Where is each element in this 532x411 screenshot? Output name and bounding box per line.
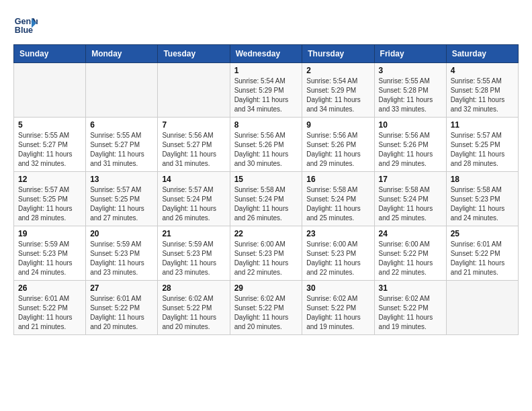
day-detail: Sunrise: 5:54 AM Sunset: 5:29 PM Dayligh… bbox=[306, 77, 369, 114]
day-cell: 20Sunrise: 5:59 AM Sunset: 5:23 PM Dayli… bbox=[86, 226, 158, 281]
day-cell: 22Sunrise: 6:00 AM Sunset: 5:23 PM Dayli… bbox=[230, 226, 302, 281]
day-detail: Sunrise: 6:02 AM Sunset: 5:22 PM Dayligh… bbox=[162, 294, 225, 332]
day-number: 25 bbox=[451, 229, 514, 238]
day-cell: 15Sunrise: 5:58 AM Sunset: 5:24 PM Dayli… bbox=[230, 172, 302, 226]
day-number: 5 bbox=[18, 120, 81, 130]
svg-text:Blue: Blue bbox=[15, 26, 33, 35]
day-cell: 4Sunrise: 5:55 AM Sunset: 5:28 PM Daylig… bbox=[446, 63, 518, 118]
day-number: 27 bbox=[90, 283, 153, 293]
day-number: 31 bbox=[379, 283, 442, 293]
day-detail: Sunrise: 6:01 AM Sunset: 5:22 PM Dayligh… bbox=[90, 294, 153, 332]
day-cell: 16Sunrise: 5:58 AM Sunset: 5:24 PM Dayli… bbox=[302, 172, 374, 226]
day-cell: 8Sunrise: 5:56 AM Sunset: 5:26 PM Daylig… bbox=[230, 118, 302, 172]
day-number: 29 bbox=[234, 283, 298, 293]
day-detail: Sunrise: 6:02 AM Sunset: 5:22 PM Dayligh… bbox=[234, 294, 298, 332]
day-detail: Sunrise: 5:57 AM Sunset: 5:24 PM Dayligh… bbox=[162, 185, 225, 223]
day-detail: Sunrise: 5:58 AM Sunset: 5:24 PM Dayligh… bbox=[234, 185, 298, 223]
days-of-week-row: SundayMondayTuesdayWednesdayThursdayFrid… bbox=[14, 45, 519, 63]
week-row-4: 19Sunrise: 5:59 AM Sunset: 5:23 PM Dayli… bbox=[14, 226, 519, 281]
day-cell bbox=[158, 63, 230, 118]
day-header-friday: Friday bbox=[374, 45, 446, 63]
day-cell: 1Sunrise: 5:54 AM Sunset: 5:29 PM Daylig… bbox=[230, 63, 302, 118]
calendar-header: SundayMondayTuesdayWednesdayThursdayFrid… bbox=[14, 45, 519, 63]
day-detail: Sunrise: 5:58 AM Sunset: 5:23 PM Dayligh… bbox=[451, 185, 514, 223]
day-cell: 25Sunrise: 6:01 AM Sunset: 5:22 PM Dayli… bbox=[446, 226, 518, 281]
day-header-monday: Monday bbox=[86, 45, 158, 63]
day-detail: Sunrise: 5:56 AM Sunset: 5:26 PM Dayligh… bbox=[379, 131, 442, 169]
page-header: General Blue bbox=[13, 13, 519, 38]
day-cell: 27Sunrise: 6:01 AM Sunset: 5:22 PM Dayli… bbox=[86, 281, 158, 335]
day-cell: 2Sunrise: 5:54 AM Sunset: 5:29 PM Daylig… bbox=[302, 63, 374, 118]
day-detail: Sunrise: 5:55 AM Sunset: 5:27 PM Dayligh… bbox=[90, 131, 153, 169]
day-cell: 11Sunrise: 5:57 AM Sunset: 5:25 PM Dayli… bbox=[446, 118, 518, 172]
day-header-wednesday: Wednesday bbox=[230, 45, 302, 63]
day-cell: 12Sunrise: 5:57 AM Sunset: 5:25 PM Dayli… bbox=[14, 172, 86, 226]
day-detail: Sunrise: 5:55 AM Sunset: 5:28 PM Dayligh… bbox=[379, 77, 442, 114]
day-number: 9 bbox=[306, 120, 369, 130]
day-number: 7 bbox=[162, 120, 225, 130]
day-cell: 24Sunrise: 6:00 AM Sunset: 5:22 PM Dayli… bbox=[374, 226, 446, 281]
day-detail: Sunrise: 5:59 AM Sunset: 5:23 PM Dayligh… bbox=[18, 240, 81, 277]
day-detail: Sunrise: 5:59 AM Sunset: 5:23 PM Dayligh… bbox=[90, 240, 153, 277]
day-cell: 14Sunrise: 5:57 AM Sunset: 5:24 PM Dayli… bbox=[158, 172, 230, 226]
day-detail: Sunrise: 5:57 AM Sunset: 5:25 PM Dayligh… bbox=[451, 131, 514, 169]
day-cell bbox=[86, 63, 158, 118]
day-number: 20 bbox=[90, 229, 153, 238]
day-detail: Sunrise: 5:55 AM Sunset: 5:27 PM Dayligh… bbox=[18, 131, 81, 169]
day-detail: Sunrise: 6:01 AM Sunset: 5:22 PM Dayligh… bbox=[451, 240, 514, 277]
day-cell bbox=[446, 281, 518, 335]
day-number: 13 bbox=[90, 175, 153, 184]
day-cell: 7Sunrise: 5:56 AM Sunset: 5:27 PM Daylig… bbox=[158, 118, 230, 172]
day-cell: 26Sunrise: 6:01 AM Sunset: 5:22 PM Dayli… bbox=[14, 281, 86, 335]
day-number: 19 bbox=[18, 229, 81, 238]
day-cell: 30Sunrise: 6:02 AM Sunset: 5:22 PM Dayli… bbox=[302, 281, 374, 335]
day-detail: Sunrise: 5:56 AM Sunset: 5:26 PM Dayligh… bbox=[306, 131, 369, 169]
day-cell: 18Sunrise: 5:58 AM Sunset: 5:23 PM Dayli… bbox=[446, 172, 518, 226]
day-detail: Sunrise: 5:57 AM Sunset: 5:25 PM Dayligh… bbox=[18, 185, 81, 223]
day-number: 23 bbox=[306, 229, 369, 238]
day-detail: Sunrise: 5:58 AM Sunset: 5:24 PM Dayligh… bbox=[379, 185, 442, 223]
day-cell: 9Sunrise: 5:56 AM Sunset: 5:26 PM Daylig… bbox=[302, 118, 374, 172]
day-cell: 5Sunrise: 5:55 AM Sunset: 5:27 PM Daylig… bbox=[14, 118, 86, 172]
day-detail: Sunrise: 5:59 AM Sunset: 5:23 PM Dayligh… bbox=[162, 240, 225, 277]
day-number: 4 bbox=[451, 66, 514, 75]
day-detail: Sunrise: 5:55 AM Sunset: 5:28 PM Dayligh… bbox=[451, 77, 514, 114]
day-cell: 21Sunrise: 5:59 AM Sunset: 5:23 PM Dayli… bbox=[158, 226, 230, 281]
day-cell: 10Sunrise: 5:56 AM Sunset: 5:26 PM Dayli… bbox=[374, 118, 446, 172]
day-cell: 3Sunrise: 5:55 AM Sunset: 5:28 PM Daylig… bbox=[374, 63, 446, 118]
week-row-5: 26Sunrise: 6:01 AM Sunset: 5:22 PM Dayli… bbox=[14, 281, 519, 335]
day-detail: Sunrise: 6:02 AM Sunset: 5:22 PM Dayligh… bbox=[379, 294, 442, 332]
day-number: 15 bbox=[234, 175, 298, 184]
day-cell bbox=[14, 63, 86, 118]
day-number: 10 bbox=[379, 120, 442, 130]
day-detail: Sunrise: 6:01 AM Sunset: 5:22 PM Dayligh… bbox=[18, 294, 81, 332]
day-number: 8 bbox=[234, 120, 298, 130]
day-header-saturday: Saturday bbox=[446, 45, 518, 63]
day-cell: 13Sunrise: 5:57 AM Sunset: 5:25 PM Dayli… bbox=[86, 172, 158, 226]
calendar-table: SundayMondayTuesdayWednesdayThursdayFrid… bbox=[13, 44, 519, 335]
day-detail: Sunrise: 6:00 AM Sunset: 5:23 PM Dayligh… bbox=[306, 240, 369, 277]
day-number: 22 bbox=[234, 229, 298, 238]
day-detail: Sunrise: 5:58 AM Sunset: 5:24 PM Dayligh… bbox=[306, 185, 369, 223]
calendar-body: 1Sunrise: 5:54 AM Sunset: 5:29 PM Daylig… bbox=[14, 63, 519, 335]
day-number: 24 bbox=[379, 229, 442, 238]
day-cell: 23Sunrise: 6:00 AM Sunset: 5:23 PM Dayli… bbox=[302, 226, 374, 281]
week-row-2: 5Sunrise: 5:55 AM Sunset: 5:27 PM Daylig… bbox=[14, 118, 519, 172]
week-row-1: 1Sunrise: 5:54 AM Sunset: 5:29 PM Daylig… bbox=[14, 63, 519, 118]
day-cell: 6Sunrise: 5:55 AM Sunset: 5:27 PM Daylig… bbox=[86, 118, 158, 172]
day-header-sunday: Sunday bbox=[14, 45, 86, 63]
day-number: 3 bbox=[379, 66, 442, 75]
day-detail: Sunrise: 5:56 AM Sunset: 5:27 PM Dayligh… bbox=[162, 131, 225, 169]
day-detail: Sunrise: 5:54 AM Sunset: 5:29 PM Dayligh… bbox=[234, 77, 298, 114]
logo-icon: General Blue bbox=[13, 13, 38, 38]
day-number: 11 bbox=[451, 120, 514, 130]
day-cell: 17Sunrise: 5:58 AM Sunset: 5:24 PM Dayli… bbox=[374, 172, 446, 226]
day-number: 14 bbox=[162, 175, 225, 184]
day-cell: 28Sunrise: 6:02 AM Sunset: 5:22 PM Dayli… bbox=[158, 281, 230, 335]
day-number: 17 bbox=[379, 175, 442, 184]
day-number: 12 bbox=[18, 175, 81, 184]
day-detail: Sunrise: 5:57 AM Sunset: 5:25 PM Dayligh… bbox=[90, 185, 153, 223]
day-number: 16 bbox=[306, 175, 369, 184]
day-detail: Sunrise: 6:00 AM Sunset: 5:22 PM Dayligh… bbox=[379, 240, 442, 277]
week-row-3: 12Sunrise: 5:57 AM Sunset: 5:25 PM Dayli… bbox=[14, 172, 519, 226]
